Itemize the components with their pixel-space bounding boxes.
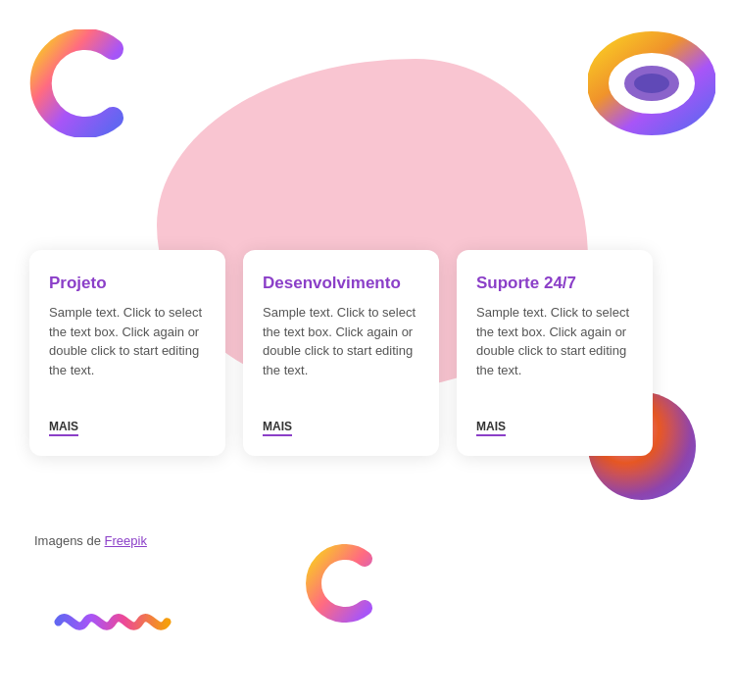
card-desenvolvimento-title: Desenvolvimento <box>263 274 419 293</box>
footer: Imagens de Freepik <box>34 533 147 548</box>
card-desenvolvimento: Desenvolvimento Sample text. Click to se… <box>243 250 439 456</box>
card-suporte-text: Sample text. Click to select the text bo… <box>476 303 633 410</box>
card-projeto: Projeto Sample text. Click to select the… <box>29 250 225 456</box>
shape-c-topleft <box>29 29 137 137</box>
footer-link[interactable]: Freepik <box>105 533 147 548</box>
cards-container: Projeto Sample text. Click to select the… <box>29 250 653 456</box>
card-suporte-title: Suporte 24/7 <box>476 274 633 293</box>
shape-torus-topright <box>588 29 715 137</box>
card-projeto-link[interactable]: MAIS <box>49 420 78 436</box>
card-desenvolvimento-link[interactable]: MAIS <box>263 420 292 436</box>
shape-wave-bottomleft <box>54 603 172 642</box>
card-projeto-title: Projeto <box>49 274 206 293</box>
footer-prefix: Imagens de <box>34 533 105 548</box>
svg-point-2 <box>634 74 669 93</box>
card-suporte: Suporte 24/7 Sample text. Click to selec… <box>457 250 653 456</box>
card-desenvolvimento-text: Sample text. Click to select the text bo… <box>263 303 419 410</box>
card-projeto-text: Sample text. Click to select the text bo… <box>49 303 206 410</box>
shape-c-bottom <box>304 544 382 623</box>
card-suporte-link[interactable]: MAIS <box>476 420 506 436</box>
